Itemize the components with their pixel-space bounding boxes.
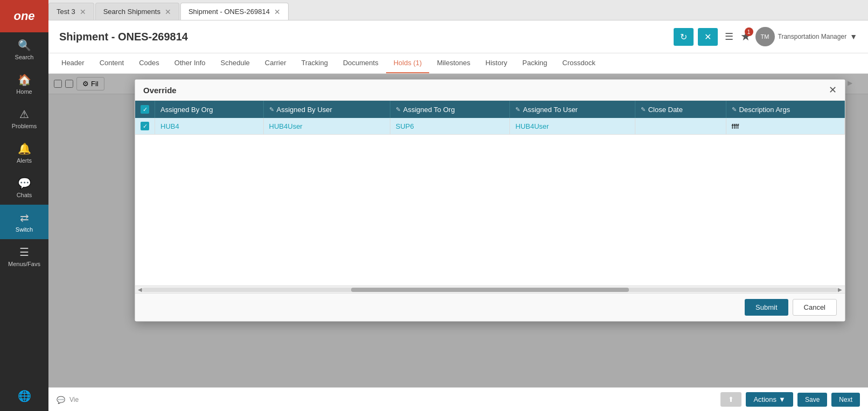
sidebar-item-search[interactable]: 🔍 Search bbox=[0, 32, 48, 67]
tab-documents-label: Documents bbox=[343, 59, 379, 67]
sidebar-item-menus[interactable]: ☰ Menus/Favs bbox=[0, 239, 48, 274]
cell-close-date bbox=[635, 118, 726, 135]
tab-test3-label: Test 3 bbox=[57, 8, 75, 16]
bell-icon: 🔔 bbox=[18, 142, 31, 155]
home-icon: 🏠 bbox=[18, 73, 31, 86]
sidebar-label-chats: Chats bbox=[17, 192, 32, 198]
sidebar-item-globe[interactable]: 🌐 bbox=[0, 383, 48, 411]
tab-shipment-close[interactable]: ✕ bbox=[274, 8, 281, 16]
user-profile[interactable]: TM Transportation Manager ▼ bbox=[755, 27, 857, 46]
sidebar-label-search: Search bbox=[15, 54, 34, 60]
tab-tracking-label: Tracking bbox=[302, 59, 328, 67]
tab-search-shipments-label: Search Shipments bbox=[103, 8, 160, 16]
th-assigned-to-user: ✎ Assigned To User bbox=[510, 101, 635, 118]
sidebar-label-alerts: Alerts bbox=[17, 157, 32, 164]
tab-history[interactable]: History bbox=[478, 53, 515, 73]
tab-header-label: Header bbox=[61, 59, 85, 67]
tab-other-info[interactable]: Other Info bbox=[167, 53, 213, 73]
description-args-value: ffff bbox=[732, 122, 739, 130]
edit-icon-5: ✎ bbox=[732, 106, 737, 113]
submit-button[interactable]: Submit bbox=[745, 299, 788, 316]
th-close-date: ✎ Close Date bbox=[635, 101, 726, 118]
th-assigned-to-org-label: Assigned To Org bbox=[403, 106, 455, 114]
tab-schedule[interactable]: Schedule bbox=[213, 53, 257, 73]
scroll-right-arrow[interactable]: ▶ bbox=[838, 287, 842, 292]
modal-title: Override bbox=[143, 86, 177, 95]
tab-header[interactable]: Header bbox=[54, 53, 92, 73]
table-row[interactable]: HUB4 HUB4User SUP6 HUB4Use bbox=[135, 118, 845, 135]
logo-text: one bbox=[13, 9, 34, 23]
tab-crossdock[interactable]: Crossdock bbox=[555, 53, 603, 73]
tab-shipment-label: Shipment - ONES-269814 bbox=[188, 8, 270, 16]
tab-content-label: Content bbox=[100, 59, 124, 67]
header-actions: ↻ ✕ ☰ ★ 1 TM Transportation Manager ▼ bbox=[674, 27, 857, 46]
globe-icon: 🌐 bbox=[18, 389, 31, 402]
tab-content[interactable]: Content bbox=[92, 53, 132, 73]
cell-description-args: ffff bbox=[726, 118, 844, 135]
sidebar-item-chats[interactable]: 💬 Chats bbox=[0, 170, 48, 205]
tab-test3-close[interactable]: ✕ bbox=[80, 8, 86, 16]
sidebar-item-home[interactable]: 🏠 Home bbox=[0, 67, 48, 101]
th-assigned-by-org-label: Assigned By Org bbox=[160, 106, 213, 114]
horizontal-scrollbar[interactable]: ◀ ▶ bbox=[135, 285, 845, 293]
table-header: Assigned By Org ✎ Assigned By User bbox=[135, 101, 845, 118]
scroll-thumb bbox=[351, 288, 629, 292]
tab-holds[interactable]: Holds (1) bbox=[386, 53, 430, 73]
notification-bell[interactable]: ★ 1 bbox=[740, 30, 751, 44]
edit-icon-2: ✎ bbox=[396, 106, 401, 113]
avatar: TM bbox=[755, 27, 775, 46]
chat-bubble-button[interactable]: 💬 bbox=[57, 394, 65, 405]
view-label: Vie bbox=[69, 396, 79, 403]
expand-right-arrow[interactable]: ▶ bbox=[848, 79, 852, 87]
tab-carrier[interactable]: Carrier bbox=[257, 53, 294, 73]
search-icon: 🔍 bbox=[18, 39, 31, 52]
assigned-to-org-value[interactable]: SUP6 bbox=[396, 122, 414, 130]
tab-search-shipments[interactable]: Search Shipments ✕ bbox=[95, 3, 179, 20]
assigned-by-user-value[interactable]: HUB4User bbox=[269, 122, 303, 130]
close-page-button[interactable]: ✕ bbox=[698, 28, 718, 46]
header-checkbox[interactable] bbox=[141, 105, 149, 114]
user-role: Transportation Manager bbox=[778, 33, 847, 40]
tab-carrier-label: Carrier bbox=[265, 59, 286, 67]
th-assigned-by-user: ✎ Assigned By User bbox=[263, 101, 390, 118]
tab-milestones[interactable]: Milestones bbox=[429, 53, 478, 73]
sidebar-item-alerts[interactable]: 🔔 Alerts bbox=[0, 136, 48, 170]
tab-search-shipments-close[interactable]: ✕ bbox=[165, 8, 171, 16]
row-checkbox[interactable] bbox=[141, 122, 149, 130]
th-close-date-label: Close Date bbox=[648, 106, 683, 114]
sidebar-item-switch[interactable]: ⇄ Switch bbox=[0, 205, 48, 239]
app-logo[interactable]: one bbox=[0, 0, 48, 32]
tab-codes[interactable]: Codes bbox=[131, 53, 167, 73]
modal-close-button[interactable]: ✕ bbox=[829, 85, 837, 95]
hamburger-menu-icon[interactable]: ☰ bbox=[722, 28, 736, 45]
edit-icon-3: ✎ bbox=[515, 106, 520, 113]
th-description-args: ✎ Description Args bbox=[726, 101, 844, 118]
actions-button[interactable]: Actions ▼ bbox=[746, 392, 793, 407]
modal-header: Override ✕ bbox=[135, 80, 845, 101]
cell-assigned-to-org: SUP6 bbox=[390, 118, 510, 135]
bottom-bar: 💬 Vie ⬆ Actions ▼ Save Next bbox=[48, 387, 868, 411]
save-button[interactable]: Save bbox=[797, 393, 827, 407]
tab-packing[interactable]: Packing bbox=[515, 53, 555, 73]
tab-tracking[interactable]: Tracking bbox=[294, 53, 335, 73]
tab-shipment[interactable]: Shipment - ONES-269814 ✕ bbox=[180, 3, 289, 20]
refresh-button[interactable]: ↻ bbox=[674, 28, 694, 46]
row-checkbox-cell bbox=[135, 118, 155, 135]
modal-overlay: Override ✕ bbox=[48, 74, 868, 387]
warning-icon: ⚠ bbox=[19, 108, 29, 121]
export-button: ⬆ bbox=[720, 392, 741, 407]
tab-other-info-label: Other Info bbox=[174, 59, 206, 67]
sidebar-label-home: Home bbox=[16, 88, 32, 95]
bottom-left: 💬 Vie bbox=[57, 394, 79, 405]
tab-packing-label: Packing bbox=[522, 59, 547, 67]
user-dropdown-arrow[interactable]: ▼ bbox=[850, 32, 857, 41]
tab-documents[interactable]: Documents bbox=[335, 53, 386, 73]
next-button[interactable]: Next bbox=[831, 393, 860, 407]
assigned-to-user-value[interactable]: HUB4User bbox=[515, 122, 549, 130]
cancel-button[interactable]: Cancel bbox=[793, 299, 837, 316]
sidebar-item-problems[interactable]: ⚠ Problems bbox=[0, 101, 48, 136]
th-assigned-to-user-label: Assigned To User bbox=[523, 106, 578, 114]
assigned-by-org-value[interactable]: HUB4 bbox=[160, 122, 179, 130]
scroll-left-arrow[interactable]: ◀ bbox=[138, 287, 142, 292]
tab-test3[interactable]: Test 3 ✕ bbox=[48, 3, 94, 20]
